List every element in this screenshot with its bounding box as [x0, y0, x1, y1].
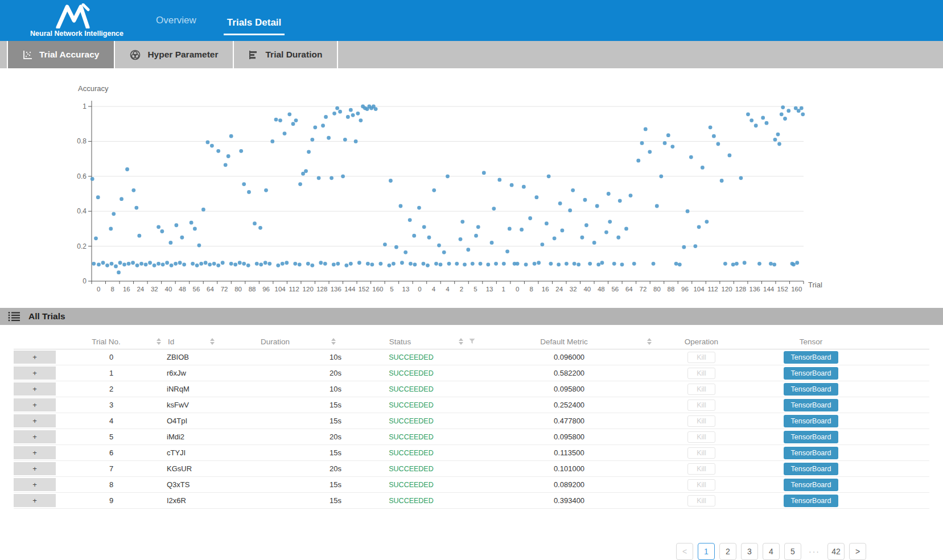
scatter-point	[618, 199, 622, 203]
sort-icon[interactable]	[157, 338, 161, 345]
scatter-point	[306, 262, 310, 266]
page-button-4[interactable]: 4	[763, 543, 780, 560]
tensorboard-button[interactable]: TensorBoard	[784, 431, 839, 443]
sort-icon[interactable]	[331, 338, 336, 345]
page-button-42[interactable]: 42	[827, 543, 845, 560]
x-tick-label: 48	[598, 286, 605, 293]
filler-cell	[876, 413, 929, 429]
tensorboard-button[interactable]: TensorBoard	[784, 447, 839, 459]
scatter-point	[455, 262, 459, 266]
tensorboard-button[interactable]: TensorBoard	[784, 367, 839, 380]
scatter-point	[301, 172, 305, 176]
expand-row-button[interactable]: +	[14, 478, 56, 491]
scatter-point	[426, 263, 430, 267]
page-button-1[interactable]: 1	[698, 543, 715, 560]
expand-row-button[interactable]: +	[14, 398, 56, 411]
kill-button[interactable]: Kill	[687, 495, 715, 507]
kill-button[interactable]: Kill	[687, 415, 715, 427]
tensorboard-button[interactable]: TensorBoard	[784, 479, 839, 491]
kill-button[interactable]: Kill	[687, 400, 715, 411]
header-col-default-metric: Default Metric	[481, 334, 657, 349]
subtab-hyper-parameter[interactable]: Hyper Parameter	[115, 41, 234, 68]
filler-cell	[876, 429, 929, 445]
next-page-button[interactable]: >	[849, 543, 866, 560]
tensorboard-button[interactable]: TensorBoard	[784, 383, 839, 396]
kill-button[interactable]: Kill	[687, 431, 715, 443]
scatter-point	[608, 220, 612, 224]
expand-row-button[interactable]: +	[14, 494, 56, 507]
subtab-trial-accuracy[interactable]: Trial Accuracy	[7, 41, 115, 68]
scatter-point	[310, 263, 314, 267]
scatter-point	[612, 262, 616, 266]
table-row: +7KGsUR20sSUCCEEDED0.101000KillTensorBoa…	[14, 461, 929, 477]
tensorboard-button[interactable]: TensorBoard	[784, 463, 839, 475]
kill-button[interactable]: Kill	[687, 479, 715, 491]
expand-row-button[interactable]: +	[14, 414, 56, 427]
tensorboard-button[interactable]: TensorBoard	[784, 399, 839, 411]
tab-overview[interactable]: Overview	[142, 0, 210, 41]
cell-operation: Kill	[657, 477, 746, 493]
scatter-point	[600, 261, 604, 265]
expand-row-button[interactable]: +	[14, 382, 56, 396]
prev-page-button[interactable]: <	[676, 543, 693, 560]
kill-button[interactable]: Kill	[687, 463, 715, 475]
scatter-point	[533, 262, 537, 266]
tensorboard-button[interactable]: TensorBoard	[784, 351, 839, 364]
expand-row-button[interactable]: +	[14, 462, 56, 475]
subtab-trial-duration[interactable]: Trial Duration	[234, 41, 338, 68]
kill-button[interactable]: Kill	[687, 384, 715, 395]
page-button-3[interactable]: 3	[741, 543, 758, 560]
scatter-point	[595, 204, 599, 208]
parallel-rings-icon	[130, 50, 141, 60]
cell-trial-no: 8	[56, 477, 167, 493]
scatter-point	[224, 163, 228, 167]
scatter-point	[746, 112, 750, 116]
cell-default-metric: 0.113500	[481, 445, 657, 461]
sort-icon[interactable]	[459, 338, 463, 345]
scatter-point	[773, 138, 777, 142]
x-tick-label: 4	[446, 286, 450, 293]
kill-button[interactable]: Kill	[687, 447, 715, 459]
scatter-point	[761, 116, 765, 120]
scatter-point	[497, 178, 501, 182]
scatter-point	[540, 242, 544, 246]
cell-duration: 20s	[219, 429, 341, 445]
x-tick-label: 32	[151, 286, 158, 293]
page-button-2[interactable]: 2	[719, 543, 736, 560]
expand-row-button[interactable]: +	[14, 351, 56, 364]
scatter-point	[490, 241, 494, 245]
scatter-point	[558, 201, 562, 205]
scatter-point	[92, 262, 96, 266]
scatter-point	[112, 212, 116, 216]
tensorboard-button[interactable]: TensorBoard	[784, 415, 839, 427]
scatter-point	[731, 262, 735, 266]
expand-row-button[interactable]: +	[14, 367, 56, 380]
cell-trial-no: 6	[56, 445, 167, 461]
scatter-point	[437, 244, 441, 248]
trials-table: Trial No.IdDurationStatusDefault MetricO…	[14, 334, 929, 509]
cell-default-metric: 0.582200	[481, 365, 657, 381]
scatter-point	[356, 112, 360, 116]
scatter-point	[769, 262, 773, 266]
header-col-duration: Duration	[219, 334, 341, 349]
expand-row-button[interactable]: +	[14, 446, 56, 459]
cell-duration: 15s	[219, 445, 341, 461]
scatter-point	[576, 262, 580, 266]
filter-funnel-icon[interactable]	[469, 337, 475, 346]
scatter-point	[400, 261, 404, 265]
scatter-point	[479, 262, 483, 266]
scatter-point	[442, 250, 446, 254]
sort-icon[interactable]	[210, 338, 215, 345]
scatter-point	[674, 262, 678, 266]
sort-icon[interactable]	[647, 338, 652, 345]
scatter-point	[716, 142, 720, 146]
tab-trials-detail[interactable]: Trials Detail	[210, 0, 298, 41]
kill-button[interactable]: Kill	[687, 368, 715, 379]
cell-trial-no: 4	[56, 413, 167, 429]
scatter-point	[118, 261, 122, 265]
x-tick-label: 72	[640, 286, 647, 293]
kill-button[interactable]: Kill	[687, 352, 715, 363]
page-button-5[interactable]: 5	[784, 543, 801, 560]
tensorboard-button[interactable]: TensorBoard	[784, 495, 839, 507]
expand-row-button[interactable]: +	[14, 430, 56, 443]
